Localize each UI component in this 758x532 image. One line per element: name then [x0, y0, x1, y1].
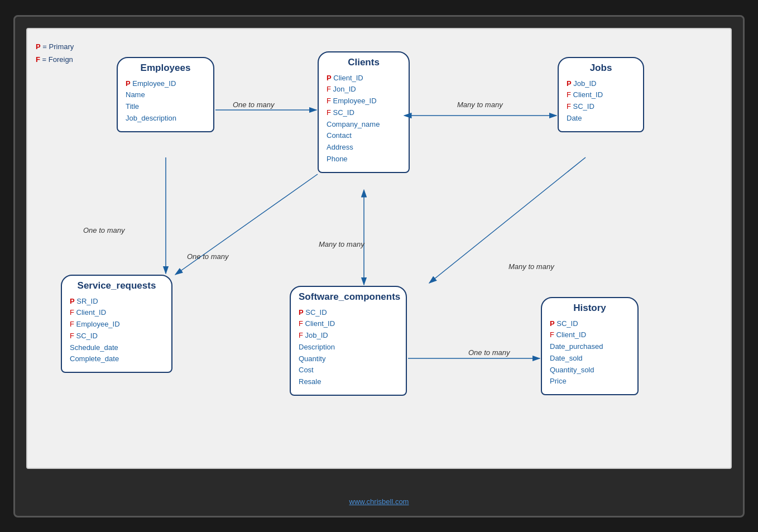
f-label: F [36, 55, 40, 64]
software-components-title: Software_components [299, 291, 398, 303]
employees-fields: P Employee_ID Name Title Job_description [126, 78, 205, 124]
employees-title: Employees [126, 63, 205, 74]
entity-software-components: Software_components P SC_ID F Client_ID … [290, 286, 407, 396]
relation-jobs-sc: Many to many [508, 262, 554, 271]
p-label: P [36, 42, 41, 51]
history-title: History [550, 303, 630, 314]
jobs-title: Jobs [567, 63, 635, 74]
relation-emp-sr: One to many [83, 226, 124, 234]
entity-clients: Clients P Client_ID F Jon_ID F Employee_… [318, 51, 410, 173]
clients-fields: P Client_ID F Jon_ID F Employee_ID F SC_… [327, 73, 401, 165]
entity-service-requests: Service_requests P SR_ID F Client_ID F E… [61, 275, 172, 373]
relation-clients-sr: One to many [187, 252, 228, 261]
service-requests-title: Service_requests [70, 280, 164, 291]
relation-clients-sc: Many to many [319, 240, 364, 248]
entity-history: History P SC_ID F Client_ID Date_purchas… [541, 297, 639, 396]
history-fields: P SC_ID F Client_ID Date_purchased Date_… [550, 318, 630, 388]
software-components-fields: P SC_ID F Client_ID F Job_ID Description… [299, 307, 398, 389]
arrow-jobs-sc [429, 157, 586, 283]
relation-sc-history: One to many [468, 348, 510, 357]
relation-emp-clients: One to many [233, 100, 274, 109]
diagram-area: P = Primary F = Foreign Employees P Empl… [26, 28, 732, 469]
footer-url[interactable]: www.chrisbell.com [349, 497, 409, 506]
outer-frame: P = Primary F = Foreign Employees P Empl… [13, 15, 745, 517]
legend: P = Primary F = Foreign [36, 40, 74, 66]
jobs-fields: P Job_ID F Client_ID F SC_ID Date [567, 78, 635, 124]
entity-employees: Employees P Employee_ID Name Title Job_d… [117, 57, 214, 132]
clients-title: Clients [327, 57, 401, 68]
entity-jobs: Jobs P Job_ID F Client_ID F SC_ID Date [558, 57, 644, 132]
relation-clients-jobs: Many to many [457, 100, 503, 109]
f-text: = Foreign [40, 55, 73, 64]
service-requests-fields: P SR_ID F Client_ID F Employee_ID F SC_I… [70, 296, 164, 366]
p-text: = Primary [41, 42, 74, 51]
